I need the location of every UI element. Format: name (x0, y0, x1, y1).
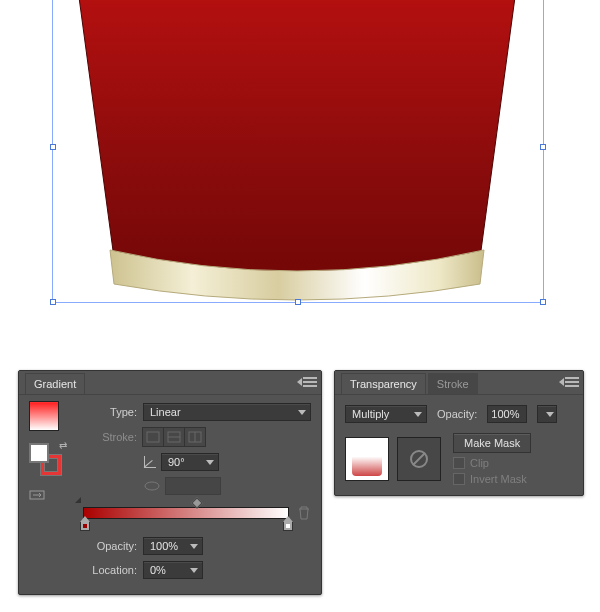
aspect-ratio-field (165, 477, 221, 495)
stop-location-field[interactable]: 0% (143, 561, 203, 579)
mask-thumbnail-empty[interactable] (397, 437, 441, 481)
tab-transparency[interactable]: Transparency (341, 373, 426, 394)
blend-mode-value: Multiply (352, 408, 408, 420)
opacity-field[interactable] (487, 405, 527, 423)
aspect-ratio-icon (143, 479, 161, 493)
object-thumbnail[interactable] (345, 437, 389, 481)
chevron-down-icon (298, 410, 306, 415)
stop-opacity-value: 100% (150, 540, 184, 552)
opacity-label: Opacity: (437, 408, 477, 420)
angle-icon (143, 455, 157, 469)
gradient-stop-start[interactable] (80, 521, 90, 533)
gradient-stop-end[interactable] (283, 521, 293, 533)
opacity-slider-caret[interactable] (537, 405, 557, 423)
chevron-down-icon (190, 544, 198, 549)
stroke-along-icon[interactable] (163, 427, 185, 447)
invert-mask-checkbox-row[interactable]: Invert Mask (453, 473, 527, 485)
blend-mode-dropdown[interactable]: Multiply (345, 405, 427, 423)
gradient-angle-value: 90° (168, 456, 200, 468)
invert-mask-label: Invert Mask (470, 473, 527, 485)
gradient-panel: Gradient ⇄ Type: Linear Stroke: (18, 370, 322, 595)
make-mask-button[interactable]: Make Mask (453, 433, 531, 453)
canvas-area[interactable] (0, 0, 600, 362)
mask-preview-group (345, 433, 441, 485)
panel-tabbar: Gradient (19, 371, 321, 395)
gradient-ramp-bar[interactable] (83, 507, 289, 519)
panel-menu-icon[interactable] (565, 376, 579, 388)
stroke-label: Stroke: (83, 431, 137, 443)
transparency-panel: Transparency Stroke Multiply Opacity: (334, 370, 584, 496)
delete-stop-icon[interactable] (297, 505, 311, 521)
stop-location-label: Location: (83, 564, 137, 576)
invert-mask-checkbox[interactable] (453, 473, 465, 485)
gradient-type-value: Linear (150, 406, 292, 418)
panel-tabbar: Transparency Stroke (335, 371, 583, 395)
svg-line-8 (413, 453, 425, 465)
chevron-down-icon (206, 460, 214, 465)
clip-checkbox[interactable] (453, 457, 465, 469)
stroke-gradient-mode-group (143, 427, 206, 447)
gradient-ramp[interactable] (83, 503, 311, 533)
tab-stroke[interactable]: Stroke (428, 373, 478, 394)
stroke-within-icon[interactable] (142, 427, 164, 447)
svg-point-6 (145, 482, 159, 490)
chevron-down-icon (546, 412, 554, 417)
svg-rect-1 (147, 432, 159, 442)
clip-checkbox-row[interactable]: Clip (453, 457, 489, 469)
artwork-cup (50, 0, 544, 320)
gradient-type-dropdown[interactable]: Linear (143, 403, 311, 421)
tab-gradient[interactable]: Gradient (25, 373, 85, 394)
stop-location-value: 0% (150, 564, 184, 576)
stroke-across-icon[interactable] (184, 427, 206, 447)
panel-menu-icon[interactable] (303, 376, 317, 388)
opacity-input[interactable] (488, 407, 526, 421)
clip-label: Clip (470, 457, 489, 469)
stop-opacity-field[interactable]: 100% (143, 537, 203, 555)
gradient-angle-field[interactable]: 90° (161, 453, 219, 471)
chevron-down-icon (190, 568, 198, 573)
chevron-down-icon (414, 412, 422, 417)
stop-opacity-label: Opacity: (83, 540, 137, 552)
type-label: Type: (83, 406, 137, 418)
